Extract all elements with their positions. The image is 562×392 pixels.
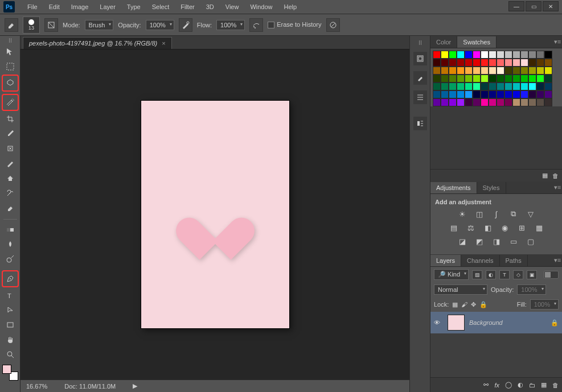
swatch[interactable] — [528, 90, 536, 98]
swatch[interactable] — [536, 51, 544, 59]
menu-edit[interactable]: Edit — [43, 1, 65, 13]
swatch[interactable] — [504, 90, 512, 98]
swatch[interactable] — [465, 59, 473, 67]
swatch[interactable] — [449, 59, 457, 67]
swatch[interactable] — [489, 82, 497, 90]
swatch[interactable] — [497, 82, 504, 90]
layer-row-background[interactable]: 👁 Background 🔒 — [430, 312, 562, 333]
menu-select[interactable]: Select — [146, 1, 175, 13]
move-tool[interactable] — [3, 45, 17, 59]
color-lookup-icon[interactable]: ▦ — [534, 222, 545, 233]
window-maximize-button[interactable]: ▭ — [526, 1, 542, 11]
swatch[interactable] — [449, 90, 457, 98]
swatch[interactable] — [544, 90, 552, 98]
panel-grip-icon[interactable] — [415, 40, 426, 45]
swatch[interactable] — [504, 98, 512, 106]
vibrance-icon[interactable]: ▽ — [525, 209, 536, 219]
filter-pixel-icon[interactable]: ▧ — [472, 270, 482, 279]
crop-tool[interactable] — [3, 112, 17, 126]
lock-all-icon[interactable]: 🔒 — [479, 301, 487, 308]
blend-mode-dropdown[interactable]: Normal — [434, 284, 487, 295]
swatch[interactable] — [465, 75, 473, 82]
layer-mask-icon[interactable]: ◯ — [505, 381, 512, 389]
layer-opacity-input[interactable]: 100% — [517, 284, 545, 295]
color-swatches[interactable] — [2, 365, 18, 381]
quick-selection-tool[interactable] — [3, 96, 17, 109]
tab-paths[interactable]: Paths — [500, 255, 528, 266]
layer-thumbnail[interactable] — [448, 315, 465, 331]
swatch[interactable] — [473, 59, 481, 67]
swatch[interactable] — [441, 59, 449, 67]
swatch[interactable] — [520, 90, 528, 98]
marquee-tool[interactable] — [3, 60, 17, 73]
mode-dropdown[interactable]: Brush — [85, 20, 114, 30]
brush-preset-picker[interactable]: 13 — [23, 16, 40, 34]
hue-saturation-icon[interactable]: ▤ — [448, 222, 460, 233]
window-close-button[interactable]: ✕ — [543, 1, 559, 11]
pressure-opacity-icon[interactable] — [179, 18, 192, 32]
zoom-tool[interactable] — [3, 348, 17, 361]
swatch[interactable] — [512, 82, 520, 90]
swatch[interactable] — [536, 67, 544, 75]
filter-shape-icon[interactable]: ◇ — [513, 270, 523, 279]
brush-panel-icon[interactable] — [413, 71, 427, 85]
eyedropper-tool[interactable] — [3, 127, 17, 141]
swatch[interactable] — [520, 75, 528, 82]
swatch[interactable] — [512, 90, 520, 98]
new-swatch-icon[interactable]: ▦ — [542, 172, 548, 179]
hand-tool[interactable] — [3, 333, 17, 346]
swatch[interactable] — [465, 98, 473, 106]
exposure-icon[interactable]: ⧉ — [508, 209, 519, 219]
swatch[interactable] — [544, 75, 552, 82]
status-menu-icon[interactable]: ▶ — [133, 382, 137, 390]
brush-tool[interactable] — [3, 156, 17, 170]
swatch[interactable] — [512, 51, 520, 59]
swatch[interactable] — [489, 90, 497, 98]
swatch[interactable] — [481, 75, 489, 82]
swatch[interactable] — [481, 59, 489, 67]
swatch[interactable] — [528, 82, 536, 90]
paragraph-panel-icon[interactable] — [413, 117, 427, 130]
panel-menu-icon[interactable]: ▾≡ — [553, 184, 562, 191]
swatch[interactable] — [457, 51, 465, 59]
swatch[interactable] — [473, 90, 481, 98]
delete-swatch-icon[interactable]: 🗑 — [552, 172, 559, 179]
brush-panel-toggle-icon[interactable] — [44, 18, 58, 32]
swatch[interactable] — [489, 59, 497, 67]
swatch[interactable] — [536, 82, 544, 90]
swatches-grid[interactable] — [430, 48, 562, 106]
curves-icon[interactable]: ∫ — [491, 209, 502, 219]
history-brush-tool[interactable] — [3, 186, 17, 200]
swatch[interactable] — [465, 51, 473, 59]
swatch[interactable] — [489, 51, 497, 59]
menu-type[interactable]: Type — [121, 1, 146, 13]
swatch[interactable] — [497, 51, 504, 59]
channel-mixer-icon[interactable]: ⊞ — [516, 222, 528, 233]
filter-adjustment-icon[interactable]: ◐ — [486, 270, 496, 279]
document-tab[interactable]: pexels-photo-4197491.jpeg @ 16.7% (RGB/8… — [23, 37, 172, 49]
history-panel-icon[interactable] — [413, 52, 427, 65]
gradient-tool[interactable] — [3, 219, 17, 236]
swatch[interactable] — [497, 90, 504, 98]
swatch[interactable] — [441, 67, 449, 75]
swatch[interactable] — [433, 59, 441, 67]
swatch[interactable] — [528, 75, 536, 82]
swatch[interactable] — [497, 67, 504, 75]
panel-menu-icon[interactable]: ▾≡ — [553, 38, 562, 46]
menu-window[interactable]: Window — [244, 1, 278, 13]
swatch[interactable] — [544, 59, 552, 67]
swatch[interactable] — [473, 75, 481, 82]
swatch[interactable] — [504, 67, 512, 75]
swatch[interactable] — [512, 67, 520, 75]
swatch[interactable] — [504, 75, 512, 82]
link-layers-icon[interactable]: ⚯ — [483, 381, 489, 389]
brush-presets-panel-icon[interactable] — [413, 90, 427, 104]
swatch[interactable] — [449, 75, 457, 82]
swatch[interactable] — [504, 51, 512, 59]
eraser-tool-icon[interactable] — [5, 18, 18, 32]
swatch[interactable] — [457, 67, 465, 75]
swatch[interactable] — [473, 98, 481, 106]
swatch[interactable] — [520, 59, 528, 67]
layer-fill-input[interactable]: 100% — [530, 299, 559, 310]
swatch[interactable] — [544, 82, 552, 90]
